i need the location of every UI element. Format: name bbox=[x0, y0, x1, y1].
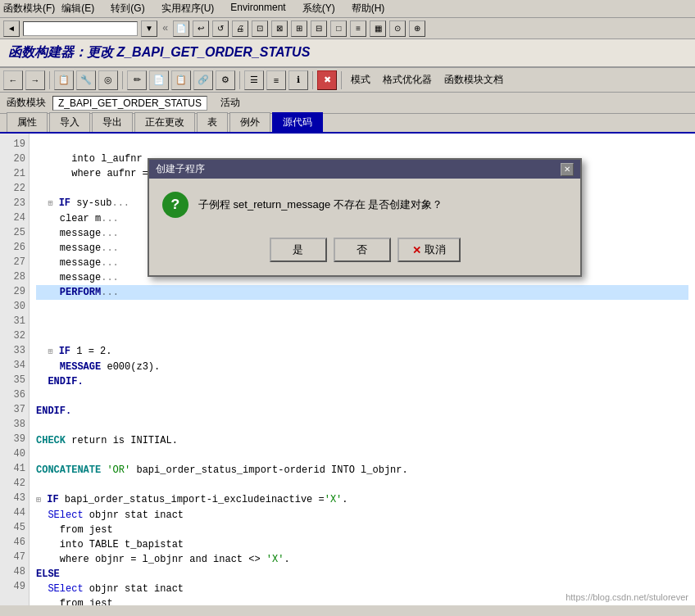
nav-dropdown[interactable]: ▼ bbox=[141, 20, 157, 37]
tab-sourcecode[interactable]: 源代码 bbox=[272, 112, 323, 132]
tb2-red[interactable]: ✖ bbox=[317, 70, 337, 90]
tb-btn-12[interactable]: ⊙ bbox=[389, 20, 406, 37]
dialog-yes-button[interactable]: 是 bbox=[270, 238, 327, 262]
tb-btn-8[interactable]: ⊟ bbox=[311, 20, 327, 37]
tb2-save[interactable]: ◎ bbox=[98, 70, 118, 90]
cancel-x-icon: ✕ bbox=[412, 244, 421, 256]
tb-btn-7[interactable]: ⊞ bbox=[291, 20, 307, 37]
tb2-edit[interactable]: ✏ bbox=[127, 70, 147, 90]
tb2-gear[interactable]: ⚙ bbox=[216, 70, 235, 90]
dialog-close-btn[interactable]: ✕ bbox=[561, 163, 574, 176]
menu-goto[interactable]: 转到(G) bbox=[107, 0, 148, 17]
dialog-title: 创建子程序 bbox=[156, 162, 205, 176]
tb-btn-1[interactable]: 📄 bbox=[173, 20, 189, 37]
dialog-body: ? 子例程 set_return_message 不存在 是否创建对象？ bbox=[149, 179, 580, 231]
dialog: 创建子程序 ✕ ? 子例程 set_return_message 不存在 是否创… bbox=[148, 158, 582, 277]
back-btn[interactable]: ◄ bbox=[3, 20, 20, 37]
tb-btn-9[interactable]: □ bbox=[330, 20, 347, 37]
tb2-menu[interactable]: ≡ bbox=[266, 70, 286, 90]
tb-btn-3[interactable]: ↺ bbox=[212, 20, 229, 37]
format-label[interactable]: 格式优化器 bbox=[378, 71, 437, 88]
tb-btn-6[interactable]: ⊠ bbox=[271, 20, 288, 37]
sep2 bbox=[122, 71, 123, 89]
dialog-cancel-button[interactable]: ✕ 取消 bbox=[397, 238, 461, 262]
func-value: Z_BAPI_GET_ORDER_STATUS bbox=[52, 96, 207, 111]
tb-btn-13[interactable]: ⊕ bbox=[409, 20, 425, 37]
dialog-titlebar: 创建子程序 ✕ bbox=[149, 160, 580, 179]
tb-btn-5[interactable]: ⊡ bbox=[252, 20, 268, 37]
dialog-message: 子例程 set_return_message 不存在 是否创建对象？ bbox=[198, 197, 443, 212]
dialog-overlay: 创建子程序 ✕ ? 子例程 set_return_message 不存在 是否创… bbox=[0, 134, 695, 605]
nav-separator: « bbox=[161, 23, 170, 34]
tabs-row: 属性 导入 导出 正在更改 表 例外 源代码 bbox=[0, 114, 695, 134]
sep5 bbox=[341, 71, 342, 89]
tb2-fwd[interactable]: → bbox=[25, 70, 45, 90]
toolbar-row-1: ◄ ▼ « 📄 ↩ ↺ 🖨 ⊡ ⊠ ⊞ ⊟ □ ≡ ▦ ⊙ ⊕ bbox=[0, 18, 695, 39]
tb-btn-10[interactable]: ≡ bbox=[350, 20, 366, 37]
dialog-info-icon: ? bbox=[162, 192, 189, 218]
tab-exceptions[interactable]: 例外 bbox=[229, 112, 270, 132]
menu-utils[interactable]: 实用程序(U) bbox=[158, 0, 218, 17]
toolbar-row-2: ← → 📋 🔧 ◎ ✏ 📄 📋 🔗 ⚙ ☰ ≡ ℹ ✖ 模式 格式优化器 函数模… bbox=[0, 68, 695, 93]
tab-attrs[interactable]: 属性 bbox=[7, 112, 48, 132]
app-title: 函数模块(F) bbox=[3, 2, 55, 16]
tb2-link[interactable]: 🔗 bbox=[193, 70, 213, 90]
code-area[interactable]: 19 20 21 22 23 24 25 26 27 28 29 30 31 3… bbox=[0, 134, 695, 605]
menu-bar: 函数模块(F) 编辑(E) 转到(G) 实用程序(U) Environment … bbox=[0, 0, 695, 18]
docs-label[interactable]: 函数模块文档 bbox=[439, 71, 508, 88]
dialog-buttons: 是 否 ✕ 取消 bbox=[149, 231, 580, 275]
tb-btn-4[interactable]: 🖨 bbox=[232, 20, 248, 37]
sep4 bbox=[312, 71, 313, 89]
tb-btn-2[interactable]: ↩ bbox=[193, 20, 209, 37]
func-label: 函数模块 bbox=[7, 96, 46, 110]
tab-table[interactable]: 表 bbox=[197, 112, 228, 132]
tb2-list[interactable]: ☰ bbox=[244, 70, 264, 90]
func-status: 活动 bbox=[220, 96, 240, 110]
menu-env[interactable]: Environment bbox=[227, 0, 288, 17]
tb-btn-11[interactable]: ▦ bbox=[370, 20, 386, 37]
tb2-back[interactable]: ← bbox=[3, 70, 23, 90]
nav-input[interactable] bbox=[23, 21, 138, 36]
tab-changing[interactable]: 正在更改 bbox=[134, 112, 195, 132]
menu-help[interactable]: 帮助(H) bbox=[348, 0, 388, 17]
cancel-label: 取消 bbox=[425, 242, 446, 257]
tb2-copy[interactable]: 📄 bbox=[149, 70, 169, 90]
sep1 bbox=[49, 71, 50, 89]
info-row: 函数模块 Z_BAPI_GET_ORDER_STATUS 活动 bbox=[0, 93, 695, 114]
page-title: 函数构建器：更改 Z_BAPI_GET_ORDER_STATUS bbox=[0, 39, 695, 68]
sep3 bbox=[239, 71, 240, 89]
menu-edit[interactable]: 编辑(E) bbox=[58, 0, 98, 17]
tb2-info[interactable]: ℹ bbox=[288, 70, 308, 90]
tab-export[interactable]: 导出 bbox=[92, 112, 133, 132]
menu-items: 编辑(E) 转到(G) 实用程序(U) Environment 系统(Y) 帮助… bbox=[58, 0, 388, 17]
tb2-paste[interactable]: 📋 bbox=[171, 70, 191, 90]
tb2-open[interactable]: 🔧 bbox=[76, 70, 96, 90]
tab-import[interactable]: 导入 bbox=[49, 112, 90, 132]
menu-system[interactable]: 系统(Y) bbox=[299, 0, 338, 17]
tb2-new[interactable]: 📋 bbox=[54, 70, 74, 90]
mode-label[interactable]: 模式 bbox=[346, 71, 375, 88]
dialog-no-button[interactable]: 否 bbox=[334, 238, 391, 262]
